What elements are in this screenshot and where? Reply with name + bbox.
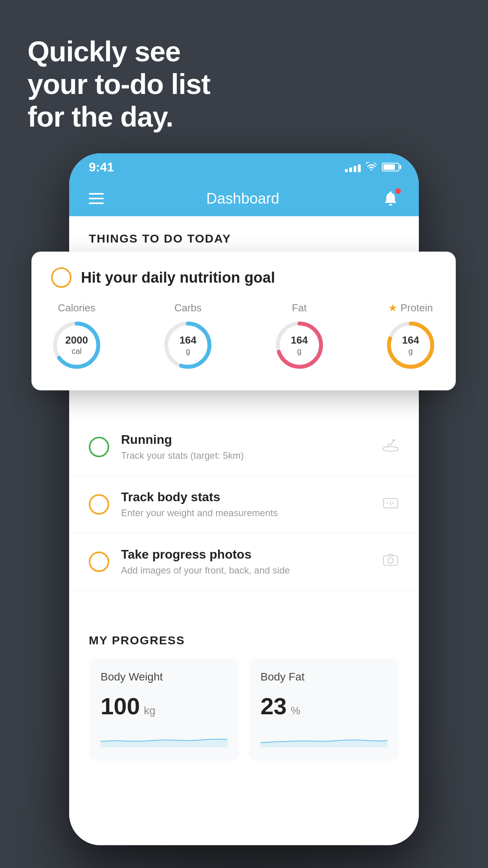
carbs-value: 164 g <box>180 334 196 356</box>
todo-subtitle: Enter your weight and measurements <box>121 508 370 519</box>
body-weight-unit: kg <box>144 704 156 717</box>
body-weight-card: Body Weight 100 kg <box>89 659 239 761</box>
todo-subtitle: Track your stats (target: 5km) <box>121 450 370 461</box>
status-time: 9:41 <box>89 160 114 175</box>
calories-label: Calories <box>58 302 95 314</box>
body-weight-value: 100 kg <box>101 693 227 720</box>
todo-subtitle: Add images of your front, back, and side <box>121 565 370 576</box>
scale-icon <box>382 495 399 513</box>
calories-chart: 2000 cal <box>51 320 102 371</box>
nutrition-grid: Calories 2000 cal Carbs <box>51 302 436 371</box>
floating-nutrition-card: Hit your daily nutrition goal Calories 2… <box>31 252 456 390</box>
todo-text-running: Running Track your stats (target: 5km) <box>121 432 370 461</box>
todo-title: Take progress photos <box>121 547 370 562</box>
progress-section: MY PROGRESS Body Weight 100 kg B <box>69 614 419 776</box>
todo-title: Track body stats <box>121 490 370 504</box>
status-icons <box>345 161 399 173</box>
fat-value: 164 g <box>291 334 308 356</box>
list-item[interactable]: Track body stats Enter your weight and m… <box>69 476 419 533</box>
progress-cards: Body Weight 100 kg Body Fat 23 % <box>89 659 399 761</box>
hero-text: Quickly see your to-do list for the day. <box>28 35 210 133</box>
nutrition-item-fat: Fat 164 g <box>274 302 325 371</box>
nutrition-item-protein: ★ Protein 164 g <box>385 302 436 371</box>
fat-label: Fat <box>292 302 307 314</box>
notification-bell-icon[interactable] <box>382 190 399 207</box>
svg-point-0 <box>383 447 398 451</box>
protein-label: ★ Protein <box>388 302 433 314</box>
body-weight-title: Body Weight <box>101 671 227 683</box>
running-icon <box>382 438 399 456</box>
battery-icon <box>382 163 399 171</box>
body-fat-number: 23 <box>261 693 287 720</box>
card-title: Hit your daily nutrition goal <box>81 269 275 286</box>
todo-checkbox-photos[interactable] <box>89 552 109 572</box>
list-item[interactable]: Take progress photos Add images of your … <box>69 533 419 590</box>
nav-bar: Dashboard <box>69 181 419 216</box>
svg-point-4 <box>388 558 393 563</box>
calories-value: 2000 cal <box>65 334 88 356</box>
protein-value: 164 g <box>402 334 419 356</box>
body-weight-number: 100 <box>101 693 140 720</box>
status-bar: 9:41 <box>69 153 419 181</box>
body-fat-sparkline <box>261 728 387 747</box>
nutrition-item-carbs: Carbs 164 g <box>162 302 213 371</box>
todo-text-stats: Track body stats Enter your weight and m… <box>121 490 370 519</box>
nutrition-checkbox[interactable] <box>51 267 72 288</box>
fat-chart: 164 g <box>274 320 325 371</box>
todo-checkbox-running[interactable] <box>89 437 109 457</box>
body-fat-value: 23 % <box>261 693 387 720</box>
signal-bars-icon <box>345 162 361 172</box>
nav-title: Dashboard <box>206 190 279 207</box>
card-title-row: Hit your daily nutrition goal <box>51 267 436 288</box>
wifi-icon <box>365 161 377 173</box>
progress-header: MY PROGRESS <box>89 634 399 647</box>
body-fat-unit: % <box>291 704 301 717</box>
svg-point-1 <box>393 439 395 441</box>
body-fat-title: Body Fat <box>261 671 387 683</box>
list-item[interactable]: Running Track your stats (target: 5km) <box>69 418 419 476</box>
notification-dot <box>395 188 401 194</box>
todo-checkbox-stats[interactable] <box>89 494 109 515</box>
photo-icon <box>382 553 399 570</box>
star-icon: ★ <box>388 302 397 314</box>
todo-title: Running <box>121 432 370 447</box>
body-weight-sparkline <box>101 728 227 747</box>
todo-text-photos: Take progress photos Add images of your … <box>121 547 370 576</box>
nutrition-item-calories: Calories 2000 cal <box>51 302 102 371</box>
body-fat-card: Body Fat 23 % <box>249 659 399 761</box>
todo-list: Running Track your stats (target: 5km) T… <box>69 418 419 590</box>
things-to-do-header: THINGS TO DO TODAY <box>69 216 419 257</box>
hamburger-menu[interactable] <box>89 193 104 204</box>
svg-rect-3 <box>383 556 398 565</box>
protein-chart: 164 g <box>385 320 436 371</box>
carbs-chart: 164 g <box>162 320 213 371</box>
carbs-label: Carbs <box>174 302 202 314</box>
